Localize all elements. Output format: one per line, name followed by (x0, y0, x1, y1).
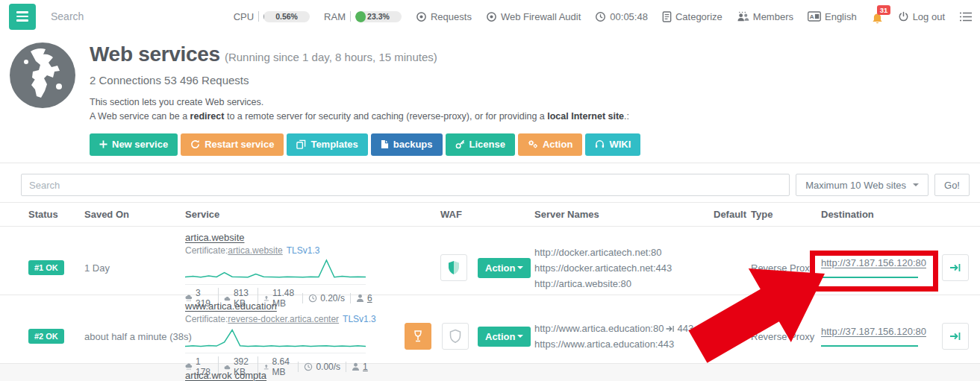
key-icon (455, 139, 465, 149)
copy-icon (296, 139, 306, 149)
table-row: artica.wrok compta (0, 364, 980, 381)
chevron-down-icon (913, 183, 919, 186)
top-navbar: Search CPU 0.56% RAM 23.3% Re (0, 0, 980, 33)
status-badge: #2 OK (28, 329, 64, 344)
service-name-link[interactable]: artica.website (185, 232, 244, 243)
col-status: Status (28, 209, 84, 220)
saved-on-cell: about half a minute (38s) (84, 331, 185, 342)
enter-service-button[interactable] (942, 254, 969, 281)
templates-button[interactable]: Templates (287, 133, 367, 156)
waf-cell (403, 323, 478, 350)
col-service: Service (185, 209, 403, 220)
nav-item-task-list[interactable] (959, 11, 973, 22)
uptime-value: 00:05:48 (610, 11, 648, 22)
row-action-dropdown[interactable]: Action (478, 258, 531, 278)
destination-cell: http://37.187.156.120:80 (821, 257, 939, 279)
page-title: Web services (90, 42, 220, 66)
section-description: This section lets you create Web service… (90, 95, 980, 125)
goblet-icon (412, 330, 424, 343)
power-icon (898, 11, 909, 22)
col-default: Default (714, 209, 751, 220)
destination-sparkline (821, 344, 918, 347)
chevron-down-icon (517, 335, 523, 338)
nav-search-input[interactable]: Search (51, 10, 163, 22)
gears-icon (528, 139, 538, 149)
description-line2: A Web service can be a redirect to a rem… (90, 110, 980, 124)
table-row: #2 OK about half a minute (38s) www.arti… (0, 295, 980, 364)
new-service-button[interactable]: New service (90, 133, 178, 156)
nav-item-requests[interactable]: Requests (416, 11, 472, 22)
traffic-sparkline (185, 257, 366, 281)
server-names-cell: http://www.artica.education:80 443 https… (534, 321, 714, 352)
server-name: http://www.artica.education:80 443 (534, 321, 714, 336)
wiki-button[interactable]: WIKI (585, 133, 640, 156)
firewall-label: Web Firewall Audit (501, 11, 581, 22)
go-button[interactable]: Go! (934, 174, 970, 196)
list-icon (959, 11, 973, 22)
license-button[interactable]: License (446, 133, 515, 156)
sign-in-icon (949, 331, 961, 341)
service-cell: www.artica.education Certificate:reverse… (185, 295, 403, 377)
service-name-link[interactable]: artica.wrok compta (185, 370, 266, 381)
tls-version-link[interactable]: TLSv1.3 (343, 314, 376, 324)
cpu-meter: CPU 0.56% (234, 11, 310, 22)
col-waf: WAF (403, 209, 478, 220)
waf-shield-button[interactable] (442, 323, 469, 350)
cpu-progress-bar: 0.56% (263, 11, 310, 22)
server-name: http://artica.website:80 (534, 276, 714, 292)
col-type: Type (751, 209, 821, 220)
redirect-to-port-icon (666, 325, 675, 333)
language-label: English (825, 11, 857, 22)
destination-link[interactable]: http://37.187.156.120:80 (821, 257, 926, 268)
notifications-button[interactable]: 31 (871, 8, 884, 25)
ram-value: 23.3% (355, 11, 402, 22)
certificate-link[interactable]: artica.website (228, 245, 282, 256)
nav-item-uptime[interactable]: 00:05:48 (595, 11, 648, 22)
users-icon (737, 11, 749, 22)
cpu-value: 0.56% (263, 11, 310, 22)
destination-cell: http://37.187.156.120:80 (821, 326, 939, 347)
certificate-warning-button[interactable] (405, 323, 431, 350)
nav-item-web-firewall-audit[interactable]: Web Firewall Audit (486, 11, 581, 22)
clock-icon (595, 11, 606, 22)
target-icon (486, 11, 497, 22)
action-button[interactable]: Action (518, 133, 582, 156)
web-services-table: Status Saved On Service WAF Server Names… (0, 202, 980, 381)
tls-version-link[interactable]: TLSv1.3 (287, 245, 320, 256)
requests-label: Requests (431, 11, 472, 22)
certificate-link[interactable]: reverse-docker.artica.center (228, 314, 339, 324)
nav-item-language[interactable]: A English (808, 11, 857, 22)
page-header: Web services(Running since 1 day, 8 hour… (0, 33, 980, 163)
file-icon (381, 139, 389, 149)
waf-cell (403, 254, 478, 281)
enter-service-button[interactable] (942, 323, 969, 350)
header-toolbar: New service Restart service Templates ba… (90, 133, 980, 156)
server-name: http://docker.articatech.net:80 (534, 245, 714, 260)
categorize-label: Categorize (675, 11, 722, 22)
waf-shield-button[interactable] (440, 254, 467, 281)
separator (258, 11, 259, 22)
row-action-dropdown[interactable]: Action (478, 327, 531, 347)
traffic-sparkline (185, 326, 366, 350)
description-line1: This section lets you create Web service… (90, 97, 263, 107)
menu-toggle-button[interactable] (9, 4, 36, 30)
nav-item-categorize[interactable]: Categorize (662, 11, 722, 22)
max-websites-dropdown[interactable]: Maximum 10 Web sites (796, 174, 928, 196)
nav-item-logout[interactable]: Log out (898, 11, 945, 22)
running-since-text: (Running since 1 day, 8 hours, 15 minute… (225, 51, 437, 63)
destination-link[interactable]: http://37.187.156.120:80 (821, 326, 926, 337)
cpu-label: CPU (234, 11, 254, 22)
type-cell: Reverse Proxy (751, 262, 821, 274)
separator (350, 11, 351, 22)
server-name: https://www.artica.education:443 (534, 336, 714, 352)
backups-button[interactable]: backups (371, 133, 443, 156)
headset-icon (595, 139, 605, 149)
col-destination: Destination (821, 209, 939, 220)
journal-icon (662, 11, 672, 22)
restart-service-button[interactable]: Restart service (181, 133, 284, 156)
logout-label: Log out (913, 11, 945, 22)
globe-icon (8, 41, 77, 110)
nav-item-members[interactable]: Members (737, 11, 793, 22)
service-name-link[interactable]: www.artica.education (185, 300, 277, 312)
table-search-input[interactable] (21, 174, 790, 196)
